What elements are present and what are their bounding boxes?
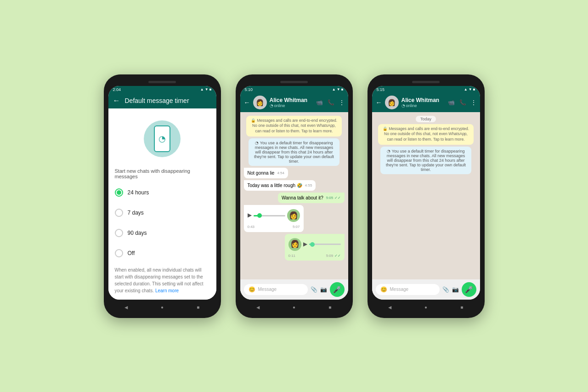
radio-inner-24h [117, 190, 121, 195]
header-actions-2: 📹 📞 ⋮ [316, 99, 345, 106]
nav-recents-2[interactable]: ■ [326, 303, 334, 312]
chat-area-3: Today 🔒 Messages and calls are end-to-en… [372, 112, 480, 279]
radio-label-7d: 7 days [128, 210, 144, 216]
waveform-sent [309, 244, 341, 245]
voice-time-sent: 5:09 ✓✓ [326, 254, 341, 258]
voice-time-recv: 5:07 [293, 225, 300, 229]
contact-info-3[interactable]: Alice Whitman ◔ online [401, 97, 445, 108]
camera-icon-3[interactable]: 📷 [452, 286, 459, 293]
voice-meta-recv: 0:43 5:07 [248, 225, 300, 229]
status-icons-1: ▲ ▼ ■ [200, 87, 212, 91]
input-bar-3: 😊 Message 📎 📷 🎤 [372, 279, 480, 300]
radio-label-off: Off [128, 250, 135, 256]
message-placeholder-2[interactable]: Message [258, 287, 303, 292]
nav-back-2[interactable]: ◄ [254, 303, 262, 312]
nav-home-3[interactable]: ● [422, 303, 430, 312]
message-input-wrapper-2[interactable]: 😊 Message [244, 284, 308, 295]
battery-icon: ■ [209, 87, 212, 91]
status-time-3: 5:15 [377, 87, 385, 92]
msg-time-1: 4:54 [277, 171, 284, 176]
header-actions-3: 📹 📞 ⋮ [448, 99, 476, 106]
day-divider: Today [416, 116, 436, 122]
radio-option-7d[interactable]: 7 days [115, 206, 210, 220]
voice-avatar-sent: 👩 [288, 238, 301, 251]
radio-circle-off[interactable] [115, 249, 123, 257]
contact-info-2[interactable]: Alice Whitman ◔ online [270, 97, 313, 108]
signal-icon: ▲ [200, 87, 204, 91]
nav-recents-3[interactable]: ■ [458, 303, 466, 312]
voice-call-icon-3[interactable]: 📞 [459, 99, 466, 106]
wave-dot-recv [257, 213, 262, 218]
message-placeholder-3[interactable]: Message [390, 287, 435, 292]
signal-icon-2: ▲ [332, 87, 336, 91]
wifi-icon-3: ▼ [469, 87, 472, 91]
nav-back-3[interactable]: ◄ [386, 303, 394, 312]
voice-msg-content-recv: ▶ 👩 [248, 207, 300, 224]
msg-wanna-talk: Wanna talk about it? 5:05 ✓✓ [278, 193, 345, 203]
radio-option-24h[interactable]: 24 hours [115, 186, 210, 199]
mic-button-3[interactable]: 🎤 [462, 282, 476, 297]
play-button-recv[interactable]: ▶ [248, 212, 252, 219]
attachment-icon-3[interactable]: 📎 [442, 286, 449, 293]
menu-icon-3[interactable]: ⋮ [471, 99, 476, 106]
radio-option-off[interactable]: Off [115, 246, 210, 260]
radio-circle-24h[interactable] [115, 188, 123, 197]
status-time-2: 5:10 [245, 87, 253, 92]
wave-bar-recv [254, 215, 285, 216]
message-input-wrapper-3[interactable]: 😊 Message [376, 284, 440, 295]
voice-duration-sent: 0:11 [288, 254, 296, 258]
voice-call-icon[interactable]: 📞 [328, 99, 334, 106]
voice-duration-recv: 0:43 [248, 225, 255, 229]
status-time-1: 2:04 [113, 87, 121, 92]
illustration-circle: ◔ [144, 120, 181, 157]
menu-icon-2[interactable]: ⋮ [339, 99, 345, 106]
nav-bar-3: ◄ ● ■ [372, 300, 480, 313]
contact-name-3: Alice Whitman [401, 97, 445, 103]
nav-home-1[interactable]: ● [158, 303, 166, 312]
enc-notice-3: 🔒 Messages and calls are end-to-end encr… [378, 124, 474, 145]
camera-icon-2[interactable]: 📷 [320, 286, 327, 293]
emoji-icon-3[interactable]: 😊 [380, 286, 387, 293]
msg-rough: Today was a little rough 🤣 4:55 [244, 180, 316, 191]
video-call-icon-3[interactable]: 📹 [448, 99, 455, 106]
nav-recents-1[interactable]: ■ [194, 303, 202, 312]
radio-circle-90d[interactable] [115, 229, 123, 237]
nav-bar-2: ◄ ● ■ [240, 300, 348, 313]
status-bar-3: 5:15 ▲ ▼ ■ [372, 86, 480, 93]
radio-label-90d: 90 days [128, 230, 147, 236]
back-button-1[interactable]: ← [113, 97, 120, 105]
back-button-2[interactable]: ← [244, 99, 250, 106]
phone-screen-3: 5:15 ▲ ▼ ■ ← 👩 Alice Whitman ◔ online [372, 86, 480, 300]
waveform-recv [254, 215, 285, 216]
status-bar-2: 5:10 ▲ ▼ ■ [240, 86, 348, 93]
settings-body: ◔ Start new chats with disappearing mess… [108, 108, 216, 300]
radio-label-24h: 24 hours [128, 189, 149, 196]
phones-container: 2:04 ▲ ▼ ■ ← Default message timer ◔ [85, 56, 503, 336]
attachment-icon-2[interactable]: 📎 [311, 286, 317, 293]
learn-more-link[interactable]: Learn more [155, 288, 179, 293]
status-icons-2: ▲ ▼ ■ [332, 87, 344, 91]
play-button-sent[interactable]: ▶ [303, 241, 307, 248]
signal-icon-3: ▲ [464, 87, 468, 91]
voice-msg-received: ▶ 👩 0:43 5:07 [244, 205, 304, 232]
system-msg-2: ◔ You use a default timer for disappeari… [249, 138, 339, 166]
wifi-icon-2: ▼ [337, 87, 340, 91]
msg-time-2: 4:55 [305, 183, 312, 188]
wifi-icon: ▼ [205, 87, 209, 91]
msg-text-2: Today was a little rough 🤣 [248, 183, 302, 188]
phone-settings: 2:04 ▲ ▼ ■ ← Default message timer ◔ [104, 74, 221, 318]
chat-header-2: ← 👩 Alice Whitman ◔ online 📹 📞 ⋮ [240, 93, 348, 112]
mic-button-2[interactable]: 🎤 [330, 282, 345, 297]
phone-screen-1: 2:04 ▲ ▼ ■ ← Default message timer ◔ [108, 86, 216, 300]
contact-status-3: ◔ online [401, 103, 445, 108]
nav-home-2[interactable]: ● [290, 303, 298, 312]
radio-circle-7d[interactable] [115, 209, 123, 217]
nav-back-1[interactable]: ◄ [122, 303, 130, 312]
radio-option-90d[interactable]: 90 days [115, 226, 210, 240]
status-icons-3: ▲ ▼ ■ [464, 87, 475, 91]
emoji-icon-2[interactable]: 😊 [249, 286, 255, 293]
settings-subtitle: Start new chats with disappearing messag… [115, 168, 210, 179]
video-call-icon[interactable]: 📹 [316, 99, 323, 106]
back-button-3[interactable]: ← [376, 99, 382, 106]
timer-illustration: ◔ [115, 116, 210, 162]
